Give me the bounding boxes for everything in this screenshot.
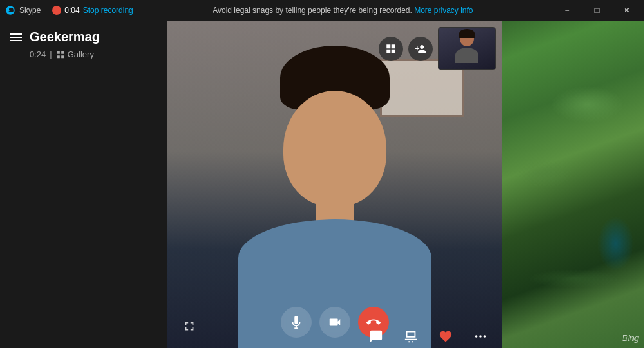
person-figure <box>225 39 444 348</box>
gallery-label: Gallery <box>68 50 94 59</box>
microphone-icon <box>289 315 303 329</box>
titlebar: Skype 0:04 Stop recording Avoid legal sn… <box>0 0 644 21</box>
contact-name: Geekermag <box>30 30 100 44</box>
thumb-figure <box>454 31 480 66</box>
more-icon <box>473 329 488 343</box>
minimize-button[interactable]: − <box>553 0 582 21</box>
landscape-overlay <box>502 0 644 348</box>
svg-point-2 <box>484 335 486 338</box>
skype-logo-icon <box>5 5 15 15</box>
heart-icon <box>439 329 453 343</box>
thumb-hair <box>459 29 475 38</box>
sidebar: Geekermag 0:24 | Gallery <box>0 21 167 348</box>
call-duration: 0:24 <box>30 50 46 59</box>
chat-button[interactable] <box>365 325 388 348</box>
call-info: 0:24 | Gallery <box>0 47 167 64</box>
app-layout: Geekermag 0:24 | Gallery <box>0 21 502 348</box>
desktop-background: Bing <box>502 0 644 348</box>
share-icon <box>404 329 418 343</box>
gallery-icon <box>56 50 65 59</box>
video-camera-icon <box>328 315 342 329</box>
add-person-icon <box>415 43 426 55</box>
add-person-button[interactable] <box>408 37 433 61</box>
fullscreen-icon <box>182 319 196 333</box>
video-button[interactable] <box>319 307 350 338</box>
recording-time: 0:04 <box>64 6 79 15</box>
fullscreen-area <box>178 315 201 338</box>
share-button[interactable] <box>399 325 422 348</box>
chat-icon <box>369 329 383 343</box>
video-area <box>167 21 502 348</box>
layout-button[interactable] <box>379 37 403 61</box>
svg-point-0 <box>475 335 478 338</box>
more-button[interactable] <box>469 325 492 348</box>
stop-recording-button[interactable]: Stop recording <box>83 6 133 15</box>
maximize-button[interactable]: □ <box>582 0 612 21</box>
thumbnail-video <box>438 27 496 70</box>
privacy-notice-text: Avoid legal snags by telling people they… <box>213 6 412 15</box>
window-controls: − □ ✕ <box>553 0 644 21</box>
hamburger-menu-button[interactable] <box>10 33 22 41</box>
person-head <box>283 91 386 206</box>
react-button[interactable] <box>434 325 457 348</box>
bottom-right-controls <box>365 325 492 348</box>
app-name-label: Skype <box>19 6 41 15</box>
close-button[interactable]: ✕ <box>612 0 641 21</box>
thumbnail-person <box>439 28 495 69</box>
privacy-link[interactable]: More privacy info <box>414 6 473 15</box>
app-content: Geekermag 0:24 | Gallery <box>0 21 502 348</box>
video-top-controls <box>379 27 496 70</box>
thumb-body <box>455 48 478 63</box>
recording-dot-icon <box>52 6 61 15</box>
gallery-button[interactable]: Gallery <box>56 50 94 59</box>
privacy-notice-bar: Avoid legal snags by telling people they… <box>133 6 553 15</box>
layout-icon <box>385 43 397 55</box>
mute-button[interactable] <box>281 307 312 338</box>
svg-point-1 <box>479 335 482 338</box>
recording-indicator: 0:04 Stop recording <box>52 6 133 15</box>
sidebar-header: Geekermag <box>0 21 167 47</box>
fullscreen-button[interactable] <box>178 315 201 338</box>
bing-watermark: Bing <box>622 333 639 343</box>
